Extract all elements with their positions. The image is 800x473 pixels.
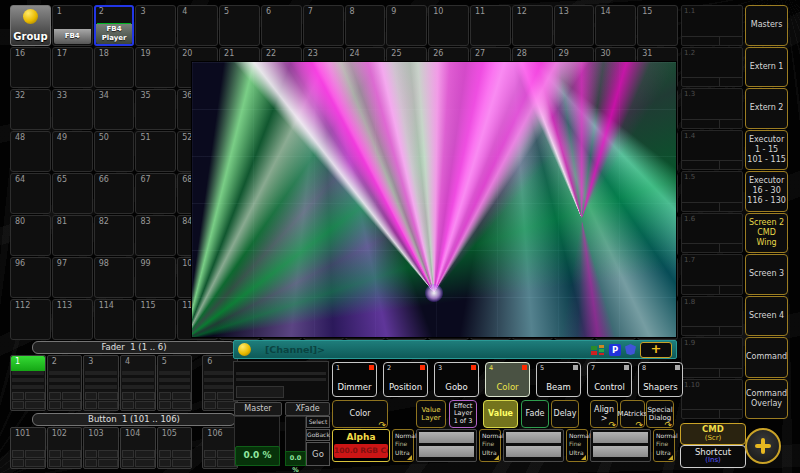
select-button[interactable]: Select <box>306 416 330 428</box>
goback-button[interactable]: GoBack <box>306 429 330 441</box>
preset-type-color[interactable]: 4Color <box>485 362 530 397</box>
fade-button[interactable]: Fade <box>521 400 549 428</box>
fader-cell[interactable]: 2 <box>47 355 83 411</box>
value-button[interactable]: Value <box>483 400 518 428</box>
exec-button-cell[interactable]: 101 <box>10 427 46 469</box>
shield-icon[interactable] <box>625 344 636 355</box>
view-button-screen-3[interactable]: Screen 3 <box>745 254 788 295</box>
executor-mini-cell[interactable]: 1.7 <box>681 254 743 295</box>
pool-cell[interactable]: 17 <box>52 47 93 88</box>
pool-cell[interactable]: 9 <box>386 5 427 46</box>
pool-cell[interactable]: 51 <box>135 131 176 172</box>
pool-cell[interactable]: 64 <box>10 173 51 214</box>
value-layer-button[interactable]: ValueLayer <box>416 400 446 428</box>
alpha-encoder[interactable]: Alpha100.0 RGB Co <box>332 429 390 462</box>
pool-cell[interactable]: 6 <box>261 5 302 46</box>
special-dialog-button[interactable]: SpecialDialog↷ <box>646 400 674 428</box>
pool-cell[interactable]: 32 <box>10 89 51 130</box>
align-button[interactable]: Align>↷ <box>590 400 618 428</box>
command-prompt[interactable]: [Channel]> <box>265 344 325 355</box>
preset-type-control[interactable]: 7Control <box>587 362 632 397</box>
preset-type-position[interactable]: 2Position <box>383 362 428 397</box>
view-button-masters[interactable]: Masters <box>745 5 788 46</box>
executor-mini-cell[interactable]: 1.4 <box>681 130 743 171</box>
fader-cell[interactable]: 1 <box>10 355 46 411</box>
pool-cell[interactable]: 18 <box>94 47 135 88</box>
pool-cell-fb4-setup[interactable]: 1FB4 Setup <box>52 5 93 46</box>
fader-strip-header[interactable]: Fader 1 (1 .. 6) <box>32 341 236 354</box>
pool-cell[interactable]: 11 <box>470 5 511 46</box>
matricks-button[interactable]: MAtricks↷ <box>620 400 645 428</box>
go-button[interactable]: Go <box>306 442 330 466</box>
empty-encoder[interactable] <box>590 429 651 462</box>
pool-cell[interactable]: 14 <box>595 5 636 46</box>
command-ball-icon[interactable] <box>238 343 251 356</box>
fader-cell[interactable]: 3 <box>83 355 119 411</box>
exec-button-cell[interactable]: 105 <box>157 427 193 469</box>
pool-cell[interactable]: 98 <box>94 257 135 298</box>
pool-cell[interactable]: 81 <box>52 215 93 256</box>
move-handle-icon[interactable] <box>745 428 781 464</box>
view-button-screen-2-cmd-wing[interactable]: Screen 2CMD Wing <box>745 213 788 254</box>
add-window-button[interactable]: + <box>640 342 672 358</box>
fader-cell[interactable]: 4 <box>120 355 156 411</box>
pool-cell-fb4-player[interactable]: 2FB4Player <box>94 5 135 46</box>
resolution-toggle[interactable]: NormalFineUltra <box>392 429 414 462</box>
view-button-executor-1-15-101-115[interactable]: Executor1 - 15101 - 115 <box>745 130 788 171</box>
pool-cell[interactable]: 7 <box>303 5 344 46</box>
exec-button-cell[interactable]: 103 <box>83 427 119 469</box>
cmd-scr-button[interactable]: CMD (Scr) <box>680 423 746 445</box>
view-button-executor-16-30-116-130[interactable]: Executor16 - 30116 - 130 <box>745 171 788 212</box>
pool-cell[interactable]: 65 <box>52 173 93 214</box>
pool-cell[interactable]: 114 <box>94 299 135 340</box>
executor-mini-cell[interactable]: 1.1 <box>681 5 743 46</box>
view-button-extern-2[interactable]: Extern 2 <box>745 88 788 129</box>
effect-layer-button[interactable]: EffectLayer1 of 3 <box>449 400 477 428</box>
preset-type-dimmer[interactable]: 1Dimmer <box>332 362 377 397</box>
pool-cell[interactable]: 8 <box>345 5 386 46</box>
pool-cell[interactable]: 13 <box>554 5 595 46</box>
executor-mini-cell[interactable]: 1.3 <box>681 88 743 129</box>
resolution-toggle[interactable]: NormalFineUltra <box>566 429 588 462</box>
executor-mini-cell[interactable]: 1.6 <box>681 213 743 254</box>
pool-cell[interactable]: 4 <box>177 5 218 46</box>
pool-cell[interactable]: 19 <box>135 47 176 88</box>
preset-type-gobo[interactable]: 3Gobo <box>434 362 479 397</box>
pool-cell[interactable]: 80 <box>10 215 51 256</box>
pool-cell[interactable]: 34 <box>94 89 135 130</box>
color-preset-button[interactable]: Color↷ <box>332 400 388 428</box>
pool-cell[interactable]: 3 <box>135 5 176 46</box>
preset-type-beam[interactable]: 5Beam <box>536 362 581 397</box>
pool-cell[interactable]: 83 <box>135 215 176 256</box>
pool-badge-icon[interactable]: P <box>609 344 621 356</box>
pool-cell[interactable]: 33 <box>52 89 93 130</box>
pool-cell[interactable]: 5 <box>219 5 260 46</box>
executor-mini-cell[interactable]: 1.2 <box>681 47 743 88</box>
pool-cell[interactable]: 12 <box>512 5 553 46</box>
pool-cell[interactable]: 49 <box>52 131 93 172</box>
pool-cell[interactable]: 15 <box>637 5 678 46</box>
executor-mini-cell[interactable]: 1.8 <box>681 296 743 337</box>
empty-encoder[interactable] <box>503 429 564 462</box>
status-meter-icon[interactable] <box>591 344 605 356</box>
exec-button-cell[interactable]: 102 <box>47 427 83 469</box>
pool-cell[interactable]: 97 <box>52 257 93 298</box>
exec-button-cell[interactable]: 104 <box>120 427 156 469</box>
pool-cell[interactable]: 113 <box>52 299 93 340</box>
pool-cell[interactable]: 67 <box>135 173 176 214</box>
group-pool-button[interactable]: Group <box>10 5 51 46</box>
shortcut-ins-button[interactable]: Shortcut (Ins) <box>680 445 746 468</box>
command-line[interactable]: [Channel]> P + <box>233 340 677 359</box>
pool-cell[interactable]: 96 <box>10 257 51 298</box>
pool-cell[interactable]: 10 <box>428 5 469 46</box>
resolution-toggle[interactable]: NormalFineUltra <box>479 429 501 462</box>
preset-type-shapers[interactable]: 8Shapers <box>638 362 683 397</box>
pool-cell[interactable]: 16 <box>10 47 51 88</box>
fader-cell[interactable]: 5 <box>157 355 193 411</box>
pool-cell[interactable]: 48 <box>10 131 51 172</box>
view-button-extern-1[interactable]: Extern 1 <box>745 47 788 88</box>
pool-cell[interactable]: 82 <box>94 215 135 256</box>
resolution-toggle[interactable]: NormalFineUltra <box>653 429 675 462</box>
empty-encoder[interactable] <box>416 429 477 462</box>
view-button-screen-4[interactable]: Screen 4 <box>745 296 788 337</box>
